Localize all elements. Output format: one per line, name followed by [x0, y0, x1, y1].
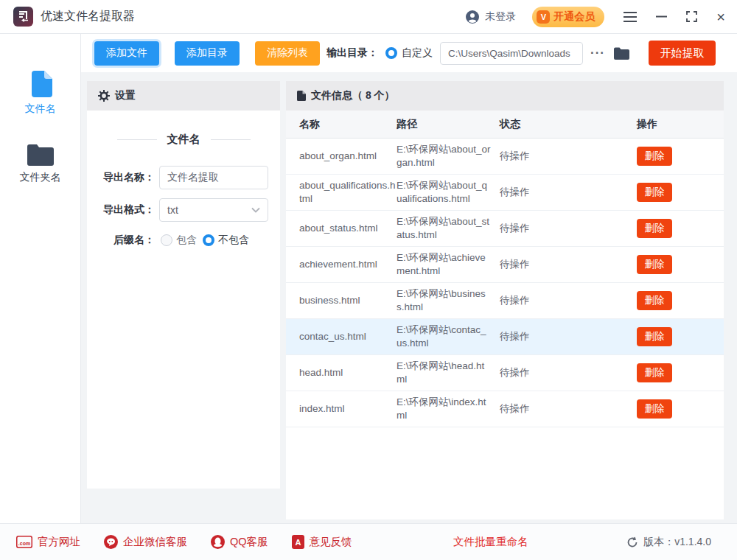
file-name-cell: about_qualifications.html — [286, 179, 397, 206]
action-cell: 删除 — [595, 327, 724, 346]
delete-button[interactable]: 删除 — [637, 363, 672, 382]
sidebar-item-foldername[interactable]: 文件夹名 — [20, 144, 61, 184]
delete-button[interactable]: 删除 — [637, 327, 672, 346]
output-path-input[interactable] — [440, 42, 583, 65]
status-cell: 待操作 — [500, 150, 595, 163]
delete-button[interactable]: 删除 — [637, 183, 672, 202]
official-site-link[interactable]: .com 官方网址 — [16, 535, 80, 549]
sidebar-item-filename[interactable]: 文件名 — [25, 71, 56, 116]
delete-button[interactable]: 删除 — [637, 291, 672, 310]
add-directory-button[interactable]: 添加目录 — [175, 41, 240, 66]
export-format-value: txt — [167, 204, 178, 216]
radio-unselected[interactable] — [161, 234, 172, 246]
minimize-button[interactable] — [656, 15, 667, 18]
custom-output-radio[interactable] — [385, 47, 397, 59]
hamburger-icon — [624, 12, 637, 22]
table-row[interactable]: business.htmlE:\环保网站\business.html待操作删除 — [286, 283, 724, 319]
add-file-button[interactable]: 添加文件 — [94, 41, 159, 66]
login-status-label: 未登录 — [485, 10, 516, 24]
app-title: 优速文件名提取器 — [41, 9, 135, 24]
file-info-header: 文件信息（ 8 个） — [286, 81, 724, 111]
column-path: 路径 — [397, 118, 500, 131]
action-cell: 删除 — [595, 183, 724, 202]
export-name-input[interactable] — [159, 166, 268, 189]
user-icon — [465, 10, 480, 24]
delete-button[interactable]: 删除 — [637, 399, 672, 419]
radio-selected[interactable] — [203, 234, 214, 246]
sidebar-item-label: 文件名 — [25, 102, 56, 116]
export-format-select[interactable]: txt — [159, 198, 268, 222]
file-name-cell: business.html — [286, 294, 397, 307]
suffix-label: 后缀名： — [87, 234, 155, 247]
table-row[interactable]: about_organ.htmlE:\环保网站\about_organ.html… — [286, 139, 724, 175]
suffix-exclude-label: 不包含 — [218, 234, 249, 247]
section-title-label: 文件名 — [167, 133, 200, 147]
action-cell: 删除 — [595, 363, 724, 382]
status-cell: 待操作 — [500, 294, 595, 307]
table-row[interactable]: achievement.htmlE:\环保网站\achievement.html… — [286, 247, 724, 283]
qq-service-link[interactable]: QQ客服 — [211, 535, 268, 549]
status-cell: 待操作 — [500, 222, 595, 235]
settings-title: 设置 — [115, 89, 136, 102]
open-vip-button[interactable]: V 开通会员 — [532, 7, 604, 27]
delete-button[interactable]: 删除 — [637, 255, 672, 274]
status-cell: 待操作 — [500, 330, 595, 343]
toolbar: 添加文件 添加目录 清除列表 输出目录： 自定义 ··· 开始提取 — [81, 34, 737, 72]
maximize-icon — [686, 11, 697, 22]
folder-icon — [27, 144, 54, 166]
table-body: about_organ.htmlE:\环保网站\about_organ.html… — [286, 139, 724, 427]
table-row[interactable]: contac_us.htmlE:\环保网站\contac_us.html待操作删… — [286, 319, 724, 355]
file-name-cell: about_status.html — [286, 222, 397, 235]
column-status: 状态 — [500, 118, 595, 131]
export-name-label: 导出名称： — [87, 171, 155, 184]
file-name-cell: index.html — [286, 402, 397, 416]
suffix-include-label: 包含 — [176, 234, 197, 247]
version-group: 版本：v1.1.4.0 — [626, 536, 711, 549]
action-cell: 删除 — [595, 219, 724, 238]
column-name: 名称 — [286, 118, 397, 131]
file-path-cell: E:\环保网站\achievement.html — [397, 251, 500, 278]
file-path-cell: E:\环保网站\about_qualifications.html — [397, 179, 500, 206]
file-name-cell: about_organ.html — [286, 150, 397, 163]
delete-button[interactable]: 删除 — [637, 219, 672, 238]
table-column-header: 名称 路径 状态 操作 — [286, 111, 724, 139]
feedback-icon: A — [292, 535, 304, 549]
start-extract-button[interactable]: 开始提取 — [649, 41, 716, 66]
title-bar: 优速文件名提取器 未登录 V 开通会员 — [0, 0, 737, 34]
sidebar-item-label: 文件夹名 — [20, 171, 61, 184]
login-button[interactable]: 未登录 — [465, 10, 516, 24]
settings-header: 设置 — [87, 81, 280, 111]
suffix-include-option[interactable]: 包含 — [161, 234, 197, 247]
clear-list-button[interactable]: 清除列表 — [255, 41, 320, 66]
table-row[interactable]: about_status.htmlE:\环保网站\about_status.ht… — [286, 211, 724, 247]
file-name-cell: head.html — [286, 366, 397, 379]
file-path-cell: E:\环保网站\about_status.html — [397, 215, 500, 242]
com-website-icon: .com — [16, 536, 32, 548]
status-cell: 待操作 — [500, 366, 595, 379]
output-dir-label: 输出目录： — [326, 46, 378, 60]
feedback-link[interactable]: A 意见反馈 — [292, 535, 352, 549]
folder-icon — [614, 47, 629, 60]
table-row[interactable]: about_qualifications.htmlE:\环保网站\about_q… — [286, 175, 724, 211]
menu-button[interactable] — [624, 12, 637, 22]
suffix-exclude-option[interactable]: 不包含 — [203, 234, 249, 247]
close-button[interactable]: × — [716, 11, 725, 23]
table-row[interactable]: head.htmlE:\环保网站\head.html待操作删除 — [286, 355, 724, 391]
column-action: 操作 — [595, 118, 724, 131]
maximize-button[interactable] — [686, 11, 697, 22]
svg-text:A: A — [295, 538, 301, 547]
browse-more-button[interactable]: ··· — [590, 46, 605, 60]
section-title: 文件名 — [87, 133, 280, 147]
file-path-cell: E:\环保网站\contac_us.html — [397, 323, 500, 350]
refresh-icon[interactable] — [626, 536, 638, 548]
table-row[interactable]: index.htmlE:\环保网站\index.html待操作删除 — [286, 391, 724, 427]
open-folder-button[interactable] — [614, 47, 629, 60]
custom-output-label: 自定义 — [402, 46, 433, 60]
delete-button[interactable]: 删除 — [637, 147, 672, 166]
batch-rename-link[interactable]: 文件批量重命名 — [453, 535, 528, 549]
file-info-panel: 文件信息（ 8 个） 名称 路径 状态 操作 about_organ.htmlE… — [286, 81, 724, 519]
file-name-cell: achievement.html — [286, 258, 397, 271]
qq-icon — [211, 535, 225, 549]
chevron-down-icon — [251, 207, 260, 213]
wechat-service-link[interactable]: 企业微信客服 — [104, 535, 187, 549]
